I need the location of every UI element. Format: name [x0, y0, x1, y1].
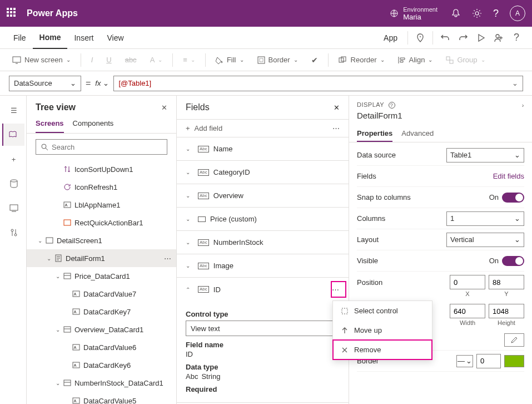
tree-node-NumberInStock_DataCard1[interactable]: ⌄NumberInStock_DataCard1	[27, 374, 176, 392]
close-tree-icon[interactable]: ✕	[161, 104, 167, 112]
control-type-select[interactable]: View text	[186, 321, 340, 336]
tree-node-DataCardValue6[interactable]: DataCardValue6	[27, 338, 176, 356]
user-avatar[interactable]: A	[510, 6, 525, 21]
width-input[interactable]	[450, 304, 485, 318]
ctx-move-up[interactable]: Move up	[333, 321, 432, 340]
notifications-icon[interactable]	[451, 8, 461, 18]
tree-node-IconRefresh1[interactable]: IconRefresh1	[27, 178, 176, 196]
italic-button[interactable]: I	[86, 51, 99, 69]
help-icon[interactable]: ?	[493, 8, 499, 19]
checker-icon[interactable]	[411, 29, 429, 47]
tab-properties[interactable]: Properties	[357, 126, 392, 142]
rail-hamburger-icon[interactable]: ☰	[2, 99, 24, 121]
rail-media-icon[interactable]	[2, 197, 24, 219]
field-row-Price (custom)[interactable]: ⌄Price (custom)	[177, 208, 349, 231]
field-more-icon[interactable]: ⋯	[332, 285, 340, 294]
rail-data-icon[interactable]	[2, 173, 24, 195]
underline-button[interactable]: U	[101, 51, 117, 69]
snap-toggle[interactable]	[502, 193, 524, 203]
align-button[interactable]: Align⌄	[392, 51, 439, 69]
position-y-input[interactable]	[489, 275, 524, 289]
svg-rect-5	[258, 57, 265, 63]
layout-select[interactable]: Vertical⌄	[446, 233, 524, 247]
fields-prop-label: Fields	[357, 172, 493, 180]
tree-node-IconSortUpDown1[interactable]: IconSortUpDown1	[27, 160, 176, 178]
border-style-select[interactable]: — ⌄	[456, 355, 473, 367]
field-row-Image[interactable]: ⌄AbcImage	[177, 254, 349, 278]
edit-fields-link[interactable]: Edit fields	[493, 172, 524, 180]
form-icon	[53, 254, 63, 262]
tree-search[interactable]	[36, 139, 167, 155]
app-launcher-icon[interactable]	[7, 8, 18, 19]
color-picker-button[interactable]	[504, 333, 524, 347]
tree-node-Price_DataCard1[interactable]: ⌄Price_DataCard1	[27, 267, 176, 285]
ctx-remove[interactable]: Remove	[333, 340, 432, 359]
help-menu-icon[interactable]: ?	[508, 29, 525, 47]
data-type-value: AbcString	[186, 372, 340, 381]
tree-node-Overview_DataCard1[interactable]: ⌄Overview_DataCard1	[27, 321, 176, 338]
rail-tools-icon[interactable]	[2, 221, 24, 244]
undo-icon[interactable]	[436, 29, 454, 47]
menu-home[interactable]: Home	[33, 27, 68, 49]
border-button[interactable]: Border⌄	[252, 51, 304, 69]
tab-screens[interactable]: Screens	[36, 115, 64, 133]
field-row-ID[interactable]: ⌃AbcID⋯	[177, 278, 349, 301]
field-row-CategoryID[interactable]: ⌄AbcCategoryID	[177, 161, 349, 184]
tree-node-RectQuickActionBar1[interactable]: RectQuickActionBar1	[27, 214, 176, 231]
group-button[interactable]: Group⌄	[440, 51, 490, 69]
close-fields-icon[interactable]: ✕	[334, 104, 340, 112]
strike-button[interactable]: abc	[120, 51, 142, 69]
share-icon[interactable]	[490, 29, 508, 47]
visible-toggle[interactable]	[502, 256, 524, 266]
position-x-input[interactable]	[450, 275, 485, 289]
tree-node-DetailScreen1[interactable]: ⌄DetailScreen1	[27, 231, 176, 249]
new-screen-button[interactable]: New screen⌄	[7, 51, 76, 69]
formula-input[interactable]: [@Table1]⌄	[113, 76, 523, 91]
columns-select[interactable]: 1⌄	[446, 211, 524, 226]
tree-node-DataCardKey6[interactable]: DataCardKey6	[27, 356, 176, 374]
height-input[interactable]	[489, 304, 524, 318]
fill-button[interactable]: Fill⌄	[210, 51, 250, 69]
tree-node-more-icon[interactable]: ⋯	[164, 254, 172, 263]
border-width-input[interactable]	[476, 354, 501, 368]
fields-more-icon[interactable]: ⋯	[332, 124, 340, 132]
tree-node-DataCardValue7[interactable]: DataCardValue7	[27, 285, 176, 303]
field-row-Name[interactable]: ⌄AbcName	[177, 137, 349, 161]
chevron-right-icon[interactable]: ›	[522, 102, 524, 109]
tree-node-DataCardKey7[interactable]: DataCardKey7	[27, 303, 176, 321]
play-icon[interactable]	[472, 29, 490, 47]
menu-view[interactable]: View	[100, 27, 130, 49]
svg-rect-12	[10, 205, 18, 210]
svg-rect-4	[13, 57, 21, 62]
menu-insert[interactable]: Insert	[67, 27, 100, 49]
more-format-icon[interactable]: ✔	[306, 51, 324, 69]
field-row-Overview[interactable]: ⌄AbcOverview	[177, 184, 349, 208]
tab-components[interactable]: Components	[73, 115, 114, 133]
ctx-select-control[interactable]: Select control	[333, 301, 432, 321]
redo-icon[interactable]	[454, 29, 472, 47]
rail-tree-icon[interactable]	[2, 124, 24, 146]
align-text-button[interactable]: ≡⌄	[177, 51, 201, 69]
svg-rect-16	[64, 202, 71, 208]
data-source-select[interactable]: Table1⌄	[446, 148, 524, 162]
tree-node-LblAppName1[interactable]: LblAppName1	[27, 196, 176, 214]
add-field-button[interactable]: + Add field	[186, 124, 222, 132]
rail-insert-icon[interactable]: +	[2, 148, 24, 170]
settings-icon[interactable]	[472, 8, 482, 18]
tab-advanced[interactable]: Advanced	[401, 126, 434, 142]
control-type-label: Control type	[186, 310, 340, 318]
field-row-NumberInStock[interactable]: ⌄AbcNumberInStock	[177, 231, 349, 254]
border-color-swatch[interactable]	[504, 355, 524, 367]
font-color-button[interactable]: A⌄	[145, 51, 168, 69]
property-selector[interactable]: DataSource⌄	[9, 76, 81, 91]
info-icon[interactable]: ?	[389, 102, 395, 109]
fx-label[interactable]: fx⌄	[95, 79, 109, 87]
svg-rect-28	[342, 308, 347, 314]
tree-search-input[interactable]	[52, 143, 162, 151]
reorder-button[interactable]: Reorder⌄	[333, 51, 390, 69]
menu-app[interactable]: App	[377, 27, 404, 49]
environment-picker[interactable]: Environment Maria	[390, 6, 437, 21]
tree-node-DataCardValue5[interactable]: DataCardValue5	[27, 392, 176, 404]
menu-file[interactable]: File	[7, 27, 33, 49]
tree-node-DetailForm1[interactable]: ⌄DetailForm1⋯	[27, 249, 176, 267]
